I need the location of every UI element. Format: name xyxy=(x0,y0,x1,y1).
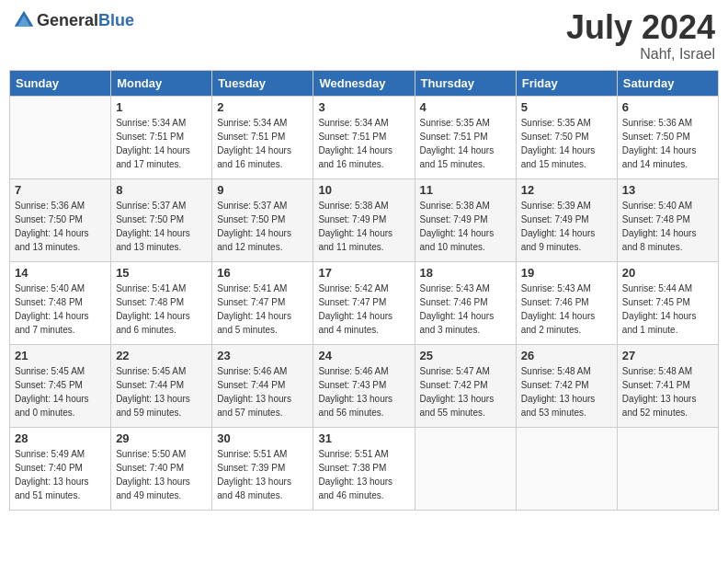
day-number: 14 xyxy=(15,266,106,280)
day-info: Sunrise: 5:39 AMSunset: 7:49 PMDaylight:… xyxy=(521,199,612,254)
day-number: 13 xyxy=(622,183,713,197)
calendar-cell xyxy=(10,96,111,178)
day-number: 5 xyxy=(521,100,612,114)
calendar-cell: 29Sunrise: 5:50 AMSunset: 7:40 PMDayligh… xyxy=(111,427,212,510)
weekday-header-saturday: Saturday xyxy=(617,70,718,96)
week-row-3: 14Sunrise: 5:40 AMSunset: 7:48 PMDayligh… xyxy=(10,261,719,344)
calendar-cell: 12Sunrise: 5:39 AMSunset: 7:49 PMDayligh… xyxy=(516,178,617,261)
day-number: 6 xyxy=(622,100,713,114)
day-info: Sunrise: 5:46 AMSunset: 7:44 PMDaylight:… xyxy=(217,364,308,419)
calendar-cell: 6Sunrise: 5:36 AMSunset: 7:50 PMDaylight… xyxy=(617,96,718,178)
day-number: 7 xyxy=(15,183,106,197)
day-info: Sunrise: 5:40 AMSunset: 7:48 PMDaylight:… xyxy=(622,199,713,254)
calendar-cell: 25Sunrise: 5:47 AMSunset: 7:42 PMDayligh… xyxy=(415,344,516,427)
calendar-cell: 8Sunrise: 5:37 AMSunset: 7:50 PMDaylight… xyxy=(111,178,212,261)
week-row-2: 7Sunrise: 5:36 AMSunset: 7:50 PMDaylight… xyxy=(10,178,719,261)
day-number: 22 xyxy=(116,349,207,362)
day-info: Sunrise: 5:47 AMSunset: 7:42 PMDaylight:… xyxy=(420,364,511,419)
day-info: Sunrise: 5:34 AMSunset: 7:51 PMDaylight:… xyxy=(217,116,308,171)
day-info: Sunrise: 5:37 AMSunset: 7:50 PMDaylight:… xyxy=(217,199,308,254)
calendar-table: SundayMondayTuesdayWednesdayThursdayFrid… xyxy=(9,70,719,511)
logo: GeneralBlue xyxy=(13,9,134,31)
title-block: July 2024 Nahf, Israel xyxy=(566,9,715,63)
day-info: Sunrise: 5:48 AMSunset: 7:42 PMDaylight:… xyxy=(521,364,612,419)
calendar-cell: 15Sunrise: 5:41 AMSunset: 7:48 PMDayligh… xyxy=(111,261,212,344)
day-number: 2 xyxy=(217,100,308,114)
calendar-cell: 3Sunrise: 5:34 AMSunset: 7:51 PMDaylight… xyxy=(313,96,415,178)
calendar-cell: 1Sunrise: 5:34 AMSunset: 7:51 PMDaylight… xyxy=(111,96,212,178)
calendar-cell: 31Sunrise: 5:51 AMSunset: 7:38 PMDayligh… xyxy=(313,427,415,510)
day-info: Sunrise: 5:44 AMSunset: 7:45 PMDaylight:… xyxy=(622,282,713,337)
day-number: 20 xyxy=(622,266,713,280)
day-info: Sunrise: 5:51 AMSunset: 7:38 PMDaylight:… xyxy=(318,447,409,502)
day-info: Sunrise: 5:41 AMSunset: 7:47 PMDaylight:… xyxy=(217,282,308,337)
calendar-cell: 18Sunrise: 5:43 AMSunset: 7:46 PMDayligh… xyxy=(415,261,516,344)
day-number: 29 xyxy=(116,431,207,445)
day-number: 18 xyxy=(420,266,511,280)
day-number: 8 xyxy=(116,183,207,197)
calendar-cell: 28Sunrise: 5:49 AMSunset: 7:40 PMDayligh… xyxy=(10,427,111,510)
day-number: 4 xyxy=(420,100,511,114)
day-number: 17 xyxy=(318,266,409,280)
calendar-cell: 17Sunrise: 5:42 AMSunset: 7:47 PMDayligh… xyxy=(313,261,415,344)
day-info: Sunrise: 5:38 AMSunset: 7:49 PMDaylight:… xyxy=(420,199,511,254)
page-header: GeneralBlue July 2024 Nahf, Israel xyxy=(9,9,719,63)
day-info: Sunrise: 5:36 AMSunset: 7:50 PMDaylight:… xyxy=(15,199,106,254)
calendar-cell: 23Sunrise: 5:46 AMSunset: 7:44 PMDayligh… xyxy=(212,344,313,427)
day-info: Sunrise: 5:43 AMSunset: 7:46 PMDaylight:… xyxy=(521,282,612,337)
location-title: Nahf, Israel xyxy=(566,46,715,63)
day-number: 1 xyxy=(116,100,207,114)
weekday-header-friday: Friday xyxy=(516,70,617,96)
week-row-4: 21Sunrise: 5:45 AMSunset: 7:45 PMDayligh… xyxy=(10,344,719,427)
day-info: Sunrise: 5:37 AMSunset: 7:50 PMDaylight:… xyxy=(116,199,207,254)
week-row-5: 28Sunrise: 5:49 AMSunset: 7:40 PMDayligh… xyxy=(10,427,719,510)
weekday-header-sunday: Sunday xyxy=(10,70,111,96)
day-info: Sunrise: 5:40 AMSunset: 7:48 PMDaylight:… xyxy=(15,282,106,337)
calendar-cell: 4Sunrise: 5:35 AMSunset: 7:51 PMDaylight… xyxy=(415,96,516,178)
day-number: 24 xyxy=(318,349,409,362)
day-info: Sunrise: 5:43 AMSunset: 7:46 PMDaylight:… xyxy=(420,282,511,337)
day-info: Sunrise: 5:51 AMSunset: 7:39 PMDaylight:… xyxy=(217,447,308,502)
day-info: Sunrise: 5:45 AMSunset: 7:44 PMDaylight:… xyxy=(116,364,207,419)
day-info: Sunrise: 5:36 AMSunset: 7:50 PMDaylight:… xyxy=(622,116,713,171)
weekday-header-wednesday: Wednesday xyxy=(313,70,415,96)
calendar-cell: 20Sunrise: 5:44 AMSunset: 7:45 PMDayligh… xyxy=(617,261,718,344)
day-info: Sunrise: 5:46 AMSunset: 7:43 PMDaylight:… xyxy=(318,364,409,419)
calendar-cell: 2Sunrise: 5:34 AMSunset: 7:51 PMDaylight… xyxy=(212,96,313,178)
calendar-cell: 16Sunrise: 5:41 AMSunset: 7:47 PMDayligh… xyxy=(212,261,313,344)
day-number: 21 xyxy=(15,349,106,362)
calendar-cell xyxy=(516,427,617,510)
day-number: 11 xyxy=(420,183,511,197)
day-info: Sunrise: 5:35 AMSunset: 7:50 PMDaylight:… xyxy=(521,116,612,171)
day-info: Sunrise: 5:45 AMSunset: 7:45 PMDaylight:… xyxy=(15,364,106,419)
weekday-header-monday: Monday xyxy=(111,70,212,96)
calendar-cell: 10Sunrise: 5:38 AMSunset: 7:49 PMDayligh… xyxy=(313,178,415,261)
day-number: 16 xyxy=(217,266,308,280)
calendar-cell: 11Sunrise: 5:38 AMSunset: 7:49 PMDayligh… xyxy=(415,178,516,261)
day-info: Sunrise: 5:34 AMSunset: 7:51 PMDaylight:… xyxy=(116,116,207,171)
day-number: 12 xyxy=(521,183,612,197)
day-number: 3 xyxy=(318,100,409,114)
day-number: 19 xyxy=(521,266,612,280)
day-info: Sunrise: 5:34 AMSunset: 7:51 PMDaylight:… xyxy=(318,116,409,171)
day-number: 15 xyxy=(116,266,207,280)
day-info: Sunrise: 5:38 AMSunset: 7:49 PMDaylight:… xyxy=(318,199,409,254)
month-title: July 2024 xyxy=(566,9,715,46)
calendar-cell: 14Sunrise: 5:40 AMSunset: 7:48 PMDayligh… xyxy=(10,261,111,344)
calendar-cell: 21Sunrise: 5:45 AMSunset: 7:45 PMDayligh… xyxy=(10,344,111,427)
day-number: 25 xyxy=(420,349,511,362)
day-number: 30 xyxy=(217,431,308,445)
day-number: 10 xyxy=(318,183,409,197)
calendar-cell: 7Sunrise: 5:36 AMSunset: 7:50 PMDaylight… xyxy=(10,178,111,261)
day-number: 31 xyxy=(318,431,409,445)
calendar-cell: 5Sunrise: 5:35 AMSunset: 7:50 PMDaylight… xyxy=(516,96,617,178)
calendar-cell: 26Sunrise: 5:48 AMSunset: 7:42 PMDayligh… xyxy=(516,344,617,427)
calendar-cell: 27Sunrise: 5:48 AMSunset: 7:41 PMDayligh… xyxy=(617,344,718,427)
calendar-cell xyxy=(617,427,718,510)
weekday-header-thursday: Thursday xyxy=(415,70,516,96)
day-info: Sunrise: 5:42 AMSunset: 7:47 PMDaylight:… xyxy=(318,282,409,337)
calendar-cell: 19Sunrise: 5:43 AMSunset: 7:46 PMDayligh… xyxy=(516,261,617,344)
day-number: 27 xyxy=(622,349,713,362)
day-info: Sunrise: 5:49 AMSunset: 7:40 PMDaylight:… xyxy=(15,447,106,502)
day-number: 26 xyxy=(521,349,612,362)
